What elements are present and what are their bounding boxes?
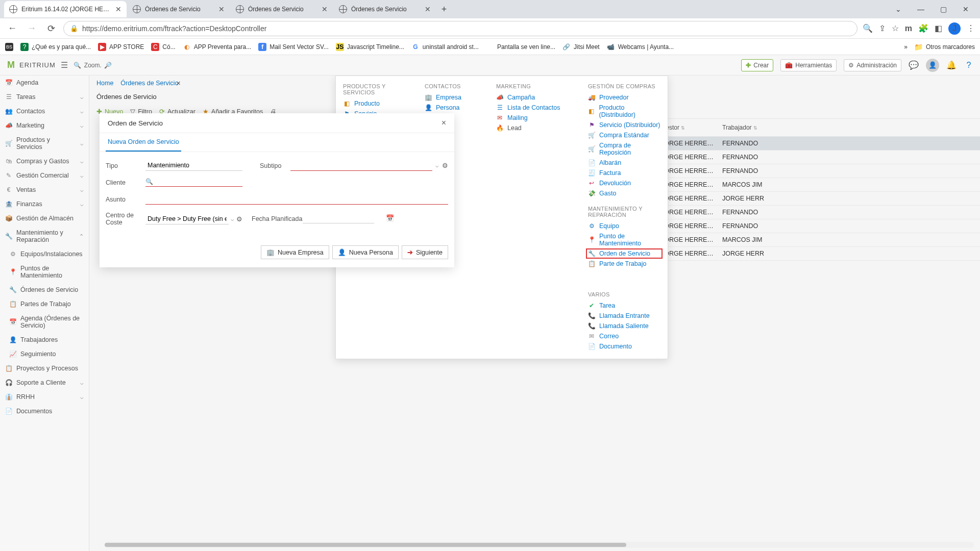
sidebar-item-rrhh[interactable]: 👔RRHH⌵	[0, 390, 89, 404]
sidebar-item-comercial[interactable]: ✎Gestión Comercial⌵	[0, 168, 89, 183]
chevron-down-icon[interactable]: ⌵	[231, 216, 234, 222]
sidebar-item-productos[interactable]: 🛒Productos y Servicios⌵	[0, 133, 89, 154]
mega-item-tarea[interactable]: ✔Tarea	[586, 300, 663, 311]
back-button[interactable]: ←	[5, 21, 19, 36]
browser-tab[interactable]: Órdenes de Servicio ✕	[128, 1, 230, 17]
input-centro[interactable]	[145, 214, 229, 224]
minimize-button[interactable]: —	[911, 2, 931, 17]
sidebar-item-proyectos[interactable]: 📋Proyectos y Procesos	[0, 361, 89, 375]
bookmark-item[interactable]: ?¿Qué es y para qué...	[20, 43, 91, 51]
sidebar-item-documentos[interactable]: 📄Documentos	[0, 404, 89, 418]
tools-button[interactable]: 🧰Herramientas	[780, 59, 837, 71]
input-cliente[interactable]	[156, 178, 242, 185]
sidebar-item-mantenimiento[interactable]: 🔧Mantenimiento y Reparación⌃	[0, 226, 89, 247]
close-icon[interactable]: ✕	[115, 5, 121, 13]
scrollbar-thumb[interactable]	[105, 543, 626, 547]
mega-item-lista[interactable]: ☰Lista de Contactos	[494, 103, 576, 113]
sidebar-sub-partes[interactable]: 📋Partes de Trabajo	[0, 297, 89, 311]
mega-item-correo[interactable]: ✉Correo	[586, 331, 663, 341]
sidebar-item-finanzas[interactable]: 🏦Finanzas⌵	[0, 197, 89, 211]
user-avatar-icon[interactable]: 👤	[926, 59, 939, 72]
close-icon[interactable]: ✕	[322, 5, 328, 13]
siguiente-button[interactable]: ➔Siguiente	[402, 245, 448, 259]
mega-item-orden-servicio[interactable]: 🔧Orden de Servicio	[586, 248, 663, 259]
more-menu-icon[interactable]: ⋮	[967, 23, 975, 33]
bookmark-item[interactable]: CCó...	[151, 43, 175, 51]
new-tab-button[interactable]: +	[437, 2, 451, 16]
bookmark-item[interactable]: ◐APP Preventa para...	[183, 43, 252, 51]
input-fecha[interactable]	[303, 215, 383, 222]
sidebar-item-soporte[interactable]: 🎧Soporte a Cliente⌵	[0, 375, 89, 390]
mega-item-mailing[interactable]: ✉Mailing	[494, 113, 576, 123]
gear-icon[interactable]: ⚙	[236, 215, 242, 223]
mega-item-proveedor[interactable]: 🚚Proveedor	[586, 92, 663, 103]
bookmark-item[interactable]: Guninstall android st...	[411, 43, 479, 51]
nueva-persona-button[interactable]: 👤Nueva Persona	[332, 245, 399, 259]
reload-button[interactable]: ⟳	[44, 21, 58, 36]
notification-icon[interactable]: 🔔	[946, 60, 957, 70]
mega-item-lead[interactable]: 🔥Lead	[494, 123, 576, 133]
gear-icon[interactable]: ⚙	[442, 162, 448, 169]
close-icon[interactable]: ✕	[218, 5, 225, 13]
mega-item-empresa[interactable]: 🏢Empresa	[423, 92, 484, 103]
close-icon[interactable]: ✕	[425, 5, 431, 13]
zoom-icon[interactable]: 🔍	[863, 23, 873, 33]
browser-tab[interactable]: Órdenes de Servicio ✕	[334, 1, 436, 17]
mega-item-llamada-out[interactable]: 📞Llamada Saliente	[586, 321, 663, 331]
mega-item-persona[interactable]: 👤Persona	[423, 103, 484, 113]
close-window-button[interactable]: ✕	[955, 2, 976, 17]
create-button[interactable]: ✚Crear	[741, 59, 773, 71]
sidebar-item-tareas[interactable]: ☰Tareas⌵	[0, 90, 89, 104]
sidebar-sub-puntos[interactable]: 📍Puntos de Mantenimiento	[0, 261, 89, 283]
sidebar-item-ventas[interactable]: €Ventas⌵	[0, 183, 89, 197]
bookmark-item[interactable]: JSJavascript Timeline...	[336, 43, 404, 51]
other-bookmarks[interactable]: 📁Otros marcadores	[915, 43, 975, 51]
horizontal-scrollbar[interactable]	[105, 542, 974, 548]
bookmark-overflow[interactable]: »	[904, 43, 908, 51]
url-input[interactable]: 🔒 https://demo.eritrium.com/ftrack?actio…	[63, 21, 857, 36]
sidebar-sub-seguimiento[interactable]: 📈Seguimiento	[0, 347, 89, 361]
sidebar-item-compras[interactable]: 🛍Compras y Gastos⌵	[0, 154, 89, 168]
chevron-down-icon[interactable]: ⌄	[888, 2, 909, 17]
close-icon[interactable]: ✕	[176, 80, 181, 86]
mega-item-llamada-in[interactable]: 📞Llamada Entrante	[586, 311, 663, 321]
help-icon[interactable]: ?	[964, 60, 974, 70]
input-subtipo[interactable]	[290, 160, 432, 171]
sidebar-sub-agenda[interactable]: 📅Agenda (Órdenes de Servicio)	[0, 311, 89, 333]
bookmark-item[interactable]: ▶APP STORE	[98, 43, 144, 51]
chevron-down-icon[interactable]: ⌵	[435, 162, 439, 169]
chat-icon[interactable]: 💬	[909, 60, 919, 70]
sidebar-sub-ordenes[interactable]: 🔧Órdenes de Servicio	[0, 283, 89, 297]
bookmark-item[interactable]: 🔗Jitsi Meet	[562, 43, 600, 51]
tab-nueva-orden[interactable]: Nueva Orden de Servicio	[106, 133, 181, 152]
sidebar-item-almacen[interactable]: 📦Gestión de Almacén	[0, 211, 89, 226]
profile-avatar[interactable]: J	[948, 22, 961, 35]
mega-item-prod-dist[interactable]: ◧Producto (Distribuidor)	[586, 103, 663, 120]
extensions-icon[interactable]: 🧩	[918, 23, 928, 33]
mega-item-compra-rep[interactable]: 🛒Compra de Reposición	[586, 140, 663, 158]
browser-tab-active[interactable]: Eritrium 16.14.02 (JORGE HERRER ✕	[4, 1, 127, 17]
mega-item-gasto[interactable]: 💸Gasto	[586, 188, 663, 198]
share-icon[interactable]: ⇪	[879, 23, 886, 33]
mega-item-parte-trabajo[interactable]: 📋Parte de Trabajo	[586, 259, 663, 269]
bookmark-item[interactable]: BS	[5, 43, 13, 51]
calendar-icon[interactable]: 📅	[386, 214, 394, 222]
input-tipo[interactable]	[145, 160, 242, 171]
breadcrumb-current[interactable]: Órdenes de Servicio ✕	[120, 80, 181, 87]
breadcrumb-home[interactable]: Home	[96, 80, 113, 87]
sidebar-sub-trabajadores[interactable]: 👤Trabajadores	[0, 333, 89, 347]
mega-item-factura[interactable]: 🧾Factura	[586, 168, 663, 178]
mega-item-serv-dist[interactable]: ⚑Servicio (Distribuidor)	[586, 120, 663, 130]
mega-item-compra-est[interactable]: 🛒Compra Estándar	[586, 130, 663, 140]
search-icon[interactable]: 🔍	[145, 178, 153, 185]
mega-item-producto[interactable]: ◧Producto	[341, 98, 412, 109]
browser-tab[interactable]: Órdenes de Servicio ✕	[231, 1, 333, 17]
mega-item-punto-mant[interactable]: 📍Punto de Mantenimiento	[586, 231, 663, 248]
bookmark-item[interactable]: fMail Sent Vector SV...	[258, 43, 329, 51]
forward-button[interactable]: →	[24, 21, 39, 36]
extension-m-icon[interactable]: m	[905, 24, 912, 33]
hamburger-icon[interactable]: ☰	[61, 60, 68, 70]
sidebar-item-agenda[interactable]: 📅Agenda	[0, 76, 89, 90]
nueva-empresa-button[interactable]: 🏢Nueva Empresa	[261, 245, 329, 259]
app-logo[interactable]: M ERITRIUM	[6, 60, 56, 70]
